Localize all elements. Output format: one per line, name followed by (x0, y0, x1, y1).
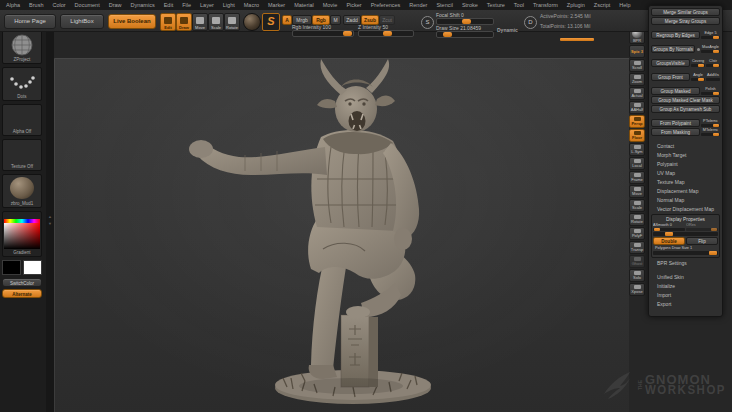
from-polypaint-button[interactable]: From Polypaint (651, 119, 700, 127)
edit-mode-button[interactable]: Edit (160, 13, 176, 31)
menu-layer[interactable]: Layer (200, 2, 214, 8)
groups-by-normals-button[interactable]: Groups By Normals (651, 45, 695, 53)
rotate-3d-button[interactable]: Rotate (629, 213, 645, 226)
ghost-toggle[interactable]: Ghost (629, 255, 645, 268)
menu-draw[interactable]: Draw (109, 2, 122, 8)
current-material-thumbnail[interactable] (243, 13, 261, 31)
draw-mode-button[interactable]: Draw (176, 13, 192, 31)
draw-size-slider[interactable]: Draw Size 21.08459 (436, 25, 494, 38)
section-polypaint[interactable]: Polypaint (651, 160, 720, 169)
display-properties-slider[interactable] (653, 232, 718, 236)
z-intensity-slider[interactable]: Z Intensity 50 (358, 24, 414, 37)
menu-texture[interactable]: Texture (487, 2, 505, 8)
color-picker[interactable]: Gradient (2, 211, 42, 257)
transparency-toggle[interactable]: Transp (629, 241, 645, 254)
groups-by-normals-radio[interactable] (697, 48, 700, 51)
scale-3d-button[interactable]: Scale (629, 199, 645, 212)
polyframe-toggle[interactable]: PolyF (629, 227, 645, 240)
ores-slider[interactable]: ORes (686, 223, 718, 231)
local-pivot-toggle[interactable]: Local (629, 157, 645, 170)
section-vector-displacement-map[interactable]: Vector Displacement Map (651, 205, 720, 214)
move-mode-button[interactable]: Move (192, 13, 208, 31)
focal-shift-slider[interactable]: Focal Shift 0 (436, 12, 494, 25)
move-3d-button[interactable]: Move (629, 185, 645, 198)
menu-file[interactable]: File (182, 2, 191, 8)
ptolernc-slider[interactable]: PTolernc (701, 119, 720, 127)
document-area[interactable] (54, 58, 629, 412)
section-export[interactable]: Export (651, 300, 720, 309)
spix-slider[interactable]: Spix 3 (629, 45, 645, 58)
menu-movie[interactable]: Movie (323, 2, 338, 8)
polygons-draw-size-slider[interactable] (653, 251, 718, 255)
lightbox-button[interactable]: LightBox (60, 14, 104, 29)
menu-render[interactable]: Render (409, 2, 427, 8)
brush-selector[interactable]: ZProject (2, 30, 42, 64)
section-texture-map[interactable]: Texture Map (651, 178, 720, 187)
angle-slider[interactable]: Angle (691, 73, 705, 81)
group-masked-clear-mask-button[interactable]: Group Masked Clear Mask (651, 96, 720, 104)
section-contact[interactable]: Contact (651, 142, 720, 151)
menu-help[interactable]: Help (619, 2, 630, 8)
tray-divider-handle[interactable] (560, 38, 594, 41)
zoom-button[interactable]: Zoom (629, 73, 645, 86)
from-masking-button[interactable]: From Masking (651, 128, 700, 136)
menu-stencil[interactable]: Stencil (436, 2, 453, 8)
live-boolean-button[interactable]: Live Boolean (108, 14, 156, 29)
groups-visible-button[interactable]: GroupsVisible (651, 59, 690, 67)
depth-circle-button[interactable]: D (524, 16, 537, 29)
cluster-slider[interactable]: Clstr (706, 59, 720, 67)
menu-edit[interactable]: Edit (164, 2, 173, 8)
merge-similar-groups-button[interactable]: Merge Similar Groups (651, 8, 720, 16)
section-import[interactable]: Import (651, 291, 720, 300)
section-display-properties[interactable]: Display Properties (653, 216, 718, 223)
max-angle-slider[interactable]: MaxAngle (701, 45, 720, 53)
left-tray-divider[interactable]: ▲ ▼ (46, 28, 54, 412)
menu-transform[interactable]: Transform (533, 2, 558, 8)
menu-stroke[interactable]: Stroke (462, 2, 478, 8)
section-initialize[interactable]: Initialize (651, 282, 720, 291)
menu-marker[interactable]: Marker (268, 2, 285, 8)
double-toggle[interactable]: Double (653, 237, 685, 245)
edge-loops-slider[interactable]: Edge 5 (701, 31, 720, 39)
menu-tool[interactable]: Tool (514, 2, 524, 8)
addvis-slider[interactable]: AddVis (706, 73, 720, 81)
section-uv-map[interactable]: UV Map (651, 169, 720, 178)
rgb-intensity-slider[interactable]: Rgb Intensity 100 (292, 24, 354, 37)
actual-size-button[interactable]: Actual (629, 87, 645, 100)
menu-macro[interactable]: Macro (244, 2, 259, 8)
section-morph-target[interactable]: Morph Target (651, 151, 720, 160)
texture-selector[interactable]: Texture Off (2, 139, 42, 171)
mtolernc-slider[interactable]: MTolernc (701, 128, 720, 136)
menu-dynamics[interactable]: Dynamics (131, 2, 155, 8)
flip-toggle[interactable]: Flip (686, 237, 718, 245)
alternate-color-button[interactable]: Alternate (2, 289, 42, 298)
menu-preferences[interactable]: Preferences (371, 2, 401, 8)
current-brush-thumbnail[interactable]: S (262, 13, 280, 31)
floor-grid-toggle[interactable]: Floor (629, 129, 645, 142)
coverage-slider[interactable]: Coverg (691, 59, 705, 67)
material-selector[interactable]: zbro_Mud1 (2, 174, 42, 208)
menu-light[interactable]: Light (223, 2, 235, 8)
main-color-swatch[interactable] (2, 260, 21, 275)
aahalf-button[interactable]: AAHalf (629, 101, 645, 114)
group-as-dynamesh-sub-button[interactable]: Group As Dynamesh Sub (651, 105, 720, 113)
menu-picker[interactable]: Picker (346, 2, 361, 8)
menu-color[interactable]: Color (52, 2, 65, 8)
stroke-circle-button[interactable]: S (421, 16, 434, 29)
switch-color-button[interactable]: SwitchColor (2, 278, 42, 287)
scroll-button[interactable]: Scroll (629, 59, 645, 72)
merge-stray-groups-button[interactable]: Merge Stray Groups (651, 17, 720, 25)
alpha-selector[interactable]: Alpha Off (2, 104, 42, 136)
perspective-toggle[interactable]: Persp (629, 115, 645, 128)
section-displacement-map[interactable]: Displacement Map (651, 187, 720, 196)
saturation-value-square[interactable] (4, 223, 40, 249)
local-symmetry-toggle[interactable]: L.Sym (629, 143, 645, 156)
solo-toggle[interactable]: Solo (629, 269, 645, 282)
anchor-a-badge[interactable]: A (282, 15, 292, 25)
group-front-button[interactable]: Group Front (651, 73, 690, 81)
frame-button[interactable]: Frame (629, 171, 645, 184)
xpose-button[interactable]: Xpose (629, 283, 645, 296)
regroup-by-edges-button[interactable]: Regroup By Edges (651, 31, 700, 39)
menu-document[interactable]: Document (75, 2, 100, 8)
rotate-mode-button[interactable]: Rotate (224, 13, 240, 31)
